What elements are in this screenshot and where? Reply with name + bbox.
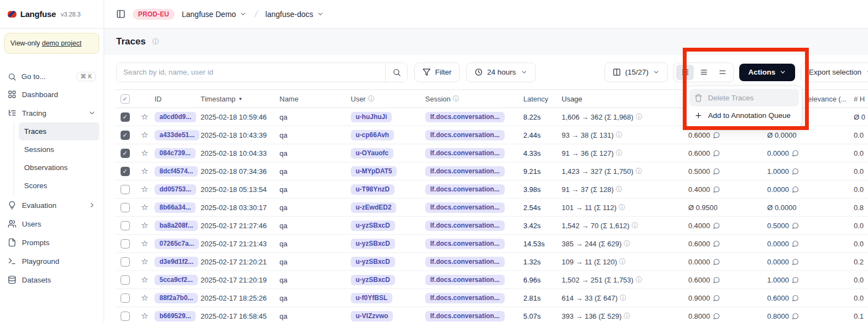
col-header-usage[interactable]: Usage	[560, 95, 683, 103]
session-badge[interactable]: lf.docs.conversation...	[425, 166, 505, 177]
sidebar-item-tracing[interactable]: Tracing	[4, 104, 99, 122]
session-badge[interactable]: lf.docs.conversation...	[425, 148, 505, 159]
col-header-id[interactable]: ID	[155, 95, 201, 103]
select-all-checkbox[interactable]: ✓	[121, 94, 130, 104]
user-badge[interactable]: u-cp66Avh	[351, 130, 394, 140]
user-badge[interactable]: u-T98YnzD	[351, 184, 395, 195]
sidebar-item-prompts[interactable]: Prompts	[4, 233, 99, 252]
sidebar-item-evaluation[interactable]: Evaluation	[4, 196, 99, 214]
session-badge[interactable]: lf.docs.conversation...	[425, 239, 505, 249]
row-checkbox[interactable]: ✓	[121, 167, 130, 176]
trace-id-badge[interactable]: d3e9d1f2...	[155, 257, 198, 267]
row-checkbox[interactable]: ✓	[121, 185, 130, 194]
demo-project-link[interactable]: demo project	[42, 39, 81, 47]
session-badge[interactable]: lf.docs.conversation...	[425, 184, 505, 195]
session-badge[interactable]: lf.docs.conversation...	[425, 275, 505, 285]
trace-id-badge[interactable]: 5cca9cf2...	[155, 275, 198, 285]
trace-id-badge[interactable]: b669529...	[155, 311, 196, 321]
row-height-large-icon[interactable]	[713, 65, 731, 80]
star-icon[interactable]: ☆	[135, 293, 155, 303]
user-badge[interactable]: u-MYpDAT5	[351, 166, 397, 177]
columns-button[interactable]: (15/27)	[604, 63, 669, 82]
sidebar-item-users[interactable]: Users	[4, 214, 99, 233]
row-checkbox[interactable]: ✓	[121, 257, 130, 267]
star-icon[interactable]: ☆	[135, 239, 155, 248]
star-icon[interactable]: ☆	[135, 184, 155, 194]
session-badge[interactable]: lf.docs.conversation...	[425, 311, 505, 321]
star-icon[interactable]: ☆	[135, 202, 155, 212]
star-icon[interactable]: ☆	[135, 275, 155, 285]
row-height-medium-icon[interactable]	[695, 65, 712, 80]
col-header-latency[interactable]: Latency	[522, 95, 560, 103]
row-checkbox[interactable]: ✓	[121, 293, 130, 303]
trace-id-badge[interactable]: ba8a208f...	[155, 221, 198, 231]
session-badge[interactable]: lf.docs.conversation...	[425, 112, 505, 122]
table-row[interactable]: ✓ ☆ 8dcf4574... 2025-02-18 07:34:36 qa u…	[115, 162, 868, 180]
session-badge[interactable]: lf.docs.conversation...	[425, 130, 505, 140]
star-icon[interactable]: ☆	[135, 130, 155, 140]
filter-button[interactable]: Filter	[414, 63, 460, 82]
row-checkbox[interactable]: ✓	[121, 112, 130, 122]
sidebar-item-sessions[interactable]: Sessions	[19, 140, 99, 159]
table-row[interactable]: ✓ ☆ 8b66a34... 2025-02-18 03:30:17 qa u-…	[115, 199, 868, 217]
user-badge[interactable]: u-f0YfBSL	[351, 293, 392, 303]
table-row[interactable]: ✓ ☆ ba8a208f... 2025-02-17 21:27:46 qa u…	[115, 217, 868, 235]
session-badge[interactable]: lf.docs.conversation...	[425, 257, 505, 267]
col-header-session[interactable]: Sessionⓘ	[425, 94, 522, 104]
trace-id-badge[interactable]: dd05753...	[155, 184, 196, 195]
user-badge[interactable]: u-yzSBxcD	[351, 257, 395, 267]
sidebar-item-playground[interactable]: Playground	[4, 252, 99, 270]
user-badge[interactable]: u-OYauofc	[351, 148, 393, 159]
user-badge[interactable]: u-yzSBxcD	[351, 239, 395, 249]
row-checkbox[interactable]: ✓	[121, 131, 130, 140]
table-row[interactable]: ✓ ☆ 07265c7a... 2025-02-17 21:21:43 qa u…	[115, 235, 868, 253]
user-badge[interactable]: u-huJhuJi	[351, 112, 392, 122]
search-input[interactable]	[117, 63, 385, 82]
col-header-user[interactable]: Userⓘ	[351, 94, 425, 104]
session-badge[interactable]: lf.docs.conversation...	[425, 202, 505, 213]
trace-id-badge[interactable]: 07265c7a...	[155, 239, 199, 249]
table-row[interactable]: ✓ ☆ 084c739... 2025-02-18 10:04:33 qa u-…	[115, 144, 868, 162]
trace-id-badge[interactable]: 88f2a7b0...	[155, 293, 198, 303]
star-icon[interactable]: ☆	[135, 221, 155, 230]
row-height-small-icon[interactable]	[676, 65, 694, 80]
sidebar-item-traces[interactable]: Traces	[19, 122, 99, 140]
project-switcher[interactable]: langfuse-docs	[265, 10, 323, 19]
org-switcher[interactable]: Langfuse Demo	[182, 10, 247, 19]
row-checkbox[interactable]: ✓	[121, 312, 130, 321]
table-row[interactable]: ✓ ☆ dd05753... 2025-02-18 05:13:54 qa u-…	[115, 180, 868, 199]
sidebar-item-dashboard[interactable]: Dashboard	[4, 85, 99, 104]
row-checkbox[interactable]: ✓	[121, 149, 130, 158]
user-badge[interactable]: u-yzSBxcD	[351, 221, 395, 231]
col-header-relevance[interactable]: relevance (...	[806, 95, 850, 103]
export-selection-button[interactable]: Export selection	[801, 63, 868, 82]
session-badge[interactable]: lf.docs.conversation...	[425, 221, 505, 231]
trace-id-badge[interactable]: 8dcf4574...	[155, 166, 198, 177]
trace-id-badge[interactable]: 8b66a34...	[155, 202, 196, 213]
row-checkbox[interactable]: ✓	[121, 203, 130, 212]
star-icon[interactable]: ☆	[135, 311, 155, 321]
table-row[interactable]: ✓ ☆ d3e9d1f2... 2025-02-17 21:20:21 qa u…	[115, 253, 868, 271]
row-checkbox[interactable]: ✓	[121, 275, 130, 285]
sidebar-item-datasets[interactable]: Datasets	[4, 270, 99, 289]
search-button[interactable]	[385, 63, 407, 82]
table-row[interactable]: ✓ ☆ b669529... 2025-02-17 16:58:45 qa u-…	[115, 307, 868, 322]
col-header-name[interactable]: Name	[279, 95, 351, 103]
trace-id-badge[interactable]: 084c739...	[155, 148, 196, 159]
table-row[interactable]: ✓ ☆ a433de51... 2025-02-18 10:43:39 qa u…	[115, 126, 868, 144]
table-row[interactable]: ✓ ☆ 5cca9cf2... 2025-02-17 21:20:19 qa u…	[115, 271, 868, 289]
star-icon[interactable]: ☆	[135, 257, 155, 267]
menu-item-add-to-annotation-queue[interactable]: Add to Annotation Queue	[689, 106, 799, 124]
star-icon[interactable]: ☆	[135, 148, 155, 158]
sidebar-item-scores[interactable]: Scores	[19, 177, 99, 195]
user-badge[interactable]: u-zEwdED2	[351, 202, 396, 213]
goto-search[interactable]: Go to... ⌘ K	[4, 68, 99, 85]
row-checkbox[interactable]: ✓	[121, 221, 130, 230]
time-range-button[interactable]: 24 hours	[466, 63, 536, 82]
trace-id-badge[interactable]: a433de51...	[155, 130, 199, 140]
table-row[interactable]: ✓ ☆ 88f2a7b0... 2025-02-17 18:25:26 qa u…	[115, 289, 868, 307]
row-checkbox[interactable]: ✓	[121, 239, 130, 248]
session-badge[interactable]: lf.docs.conversation...	[425, 293, 505, 303]
sidebar-item-observations[interactable]: Observations	[19, 159, 99, 177]
actions-button[interactable]: Actions	[739, 64, 795, 81]
